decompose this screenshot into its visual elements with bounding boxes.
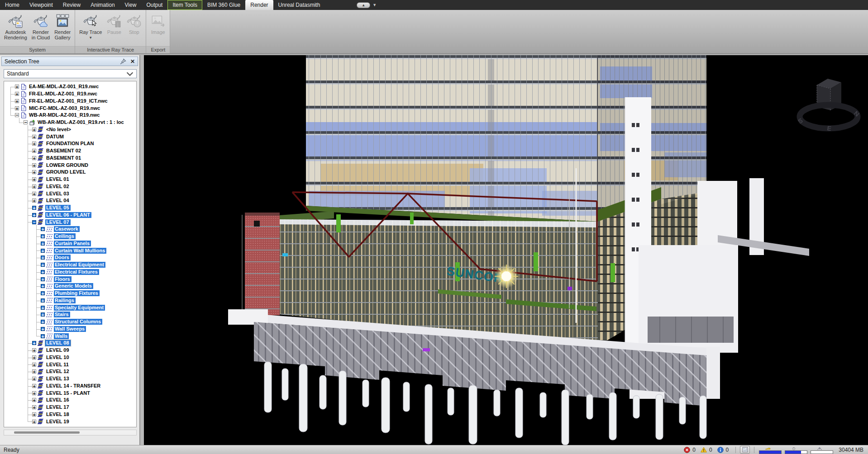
tab-review[interactable]: Review xyxy=(58,0,86,10)
tree-item-label[interactable]: LEVEL 04 xyxy=(45,198,71,203)
tree-item-label[interactable]: GROUND LEVEL xyxy=(45,169,87,175)
expand-toggle[interactable]: + xyxy=(32,398,36,402)
tree-item-label[interactable]: Railings xyxy=(54,298,76,303)
tree-item-label[interactable]: <No level> xyxy=(45,127,72,132)
expand-toggle[interactable]: + xyxy=(32,206,36,210)
tree-item-label[interactable]: Walls xyxy=(54,333,69,339)
tab-item-tools[interactable]: Item Tools xyxy=(167,0,202,10)
tree-item-label[interactable]: Structural Columns xyxy=(54,319,102,325)
expand-toggle[interactable]: + xyxy=(32,391,36,395)
tab-unreal-datasmith[interactable]: Unreal Datasmith xyxy=(273,0,325,10)
tree-item-label[interactable]: LEVEL 07 xyxy=(45,219,71,225)
expand-toggle[interactable]: + xyxy=(32,405,36,409)
expand-toggle[interactable]: + xyxy=(32,142,36,146)
tree-item-label[interactable]: Doors xyxy=(54,255,71,260)
expand-toggle[interactable]: + xyxy=(32,135,36,139)
expand-toggle[interactable]: + xyxy=(32,177,36,181)
expand-toggle[interactable]: + xyxy=(32,128,36,132)
tree-item-label[interactable]: BASEMENT 02 xyxy=(45,148,82,154)
expand-toggle[interactable]: + xyxy=(41,291,45,295)
expand-toggle[interactable]: + xyxy=(32,156,36,160)
expand-toggle[interactable]: + xyxy=(41,334,45,338)
tab-render[interactable]: Render xyxy=(245,0,273,10)
expand-toggle[interactable]: + xyxy=(32,184,36,189)
tree-item-label[interactable]: LEVEL 19 xyxy=(45,419,71,425)
error-icon[interactable] xyxy=(684,447,690,453)
selection-mode-dropdown[interactable]: Standard xyxy=(4,69,137,78)
expand-toggle[interactable]: + xyxy=(41,234,45,238)
tree-item-label[interactable]: LEVEL 16 xyxy=(45,397,71,403)
warning-icon[interactable] xyxy=(701,447,707,453)
expand-toggle[interactable]: + xyxy=(32,149,36,153)
tree-item-label[interactable]: FOUNDATION PLAN xyxy=(45,141,95,147)
tree-item-label[interactable]: LEVEL 11 xyxy=(45,362,70,368)
ribbon-button-render-gallery[interactable]: RenderGallery xyxy=(53,12,72,42)
expand-toggle[interactable]: + xyxy=(15,92,19,96)
tree-item-label[interactable]: LEVEL 02 xyxy=(45,184,71,189)
tree-item-label[interactable]: Generic Models xyxy=(54,283,93,289)
expand-toggle[interactable]: + xyxy=(41,241,45,246)
tree-item-label[interactable]: Plumbing Fixtures xyxy=(54,290,100,296)
tree-item-label[interactable]: FR-EL-MDL-AZ-001_R19_ICT.nwc xyxy=(28,98,109,104)
dropdown-caret-icon[interactable]: ▼ xyxy=(89,35,92,41)
tree-item-label[interactable]: LEVEL 18 xyxy=(45,411,71,417)
expand-toggle[interactable]: + xyxy=(32,170,36,174)
tab-animation[interactable]: Animation xyxy=(86,0,119,10)
scaffold-tower[interactable] xyxy=(242,213,280,315)
collapse-toggle[interactable]: − xyxy=(32,220,36,224)
tab-viewpoint[interactable]: Viewpoint xyxy=(24,0,58,10)
expand-toggle[interactable]: + xyxy=(32,355,36,359)
panel-header[interactable]: Selection Tree ✕ xyxy=(1,57,138,66)
expand-toggle[interactable]: + xyxy=(32,363,36,367)
tree-item-label[interactable]: WB-AR-MDL-AZ-001_R19.rvt : 1 : loc xyxy=(37,119,125,125)
info-icon[interactable] xyxy=(717,447,724,453)
expand-toggle[interactable]: + xyxy=(41,327,45,331)
expand-toggle[interactable]: + xyxy=(41,270,45,274)
tab-bim-360-glue[interactable]: BIM 360 Glue xyxy=(202,0,245,10)
tree-item-label[interactable]: Casework xyxy=(54,226,80,232)
tree-item-label[interactable]: LEVEL 06 - PLANT xyxy=(45,212,91,218)
expand-toggle[interactable]: + xyxy=(41,263,45,267)
tree-item-label[interactable]: Wall Sweeps xyxy=(54,326,86,332)
collapse-toggle[interactable]: − xyxy=(24,120,28,124)
sheet-browser-button[interactable] xyxy=(740,446,750,454)
tab-view[interactable]: View xyxy=(120,0,142,10)
expand-toggle[interactable]: + xyxy=(41,249,45,253)
expand-toggle[interactable]: + xyxy=(41,320,45,324)
expand-toggle[interactable]: + xyxy=(32,348,36,352)
horizontal-scrollbar[interactable] xyxy=(4,430,137,435)
pin-icon[interactable] xyxy=(119,58,127,65)
tower-front-facade[interactable] xyxy=(306,55,598,222)
tree-item-label[interactable]: FR-EL-MDL-AZ-001_R19.nwc xyxy=(28,91,99,97)
tree-item-label[interactable]: WB-AR-MDL-AZ-001_R19.nwc xyxy=(28,112,101,118)
tree-item-label[interactable]: LEVEL 13 xyxy=(45,376,71,382)
expand-toggle[interactable]: + xyxy=(32,199,36,203)
viewport-3d[interactable]: SUNCORP xyxy=(144,55,868,445)
tree-item-label[interactable]: Curtain Wall Mullions xyxy=(54,248,106,254)
tree-item-label[interactable]: LOWER GROUND xyxy=(45,162,90,168)
tree-item-label[interactable]: LEVEL 08 xyxy=(45,340,71,346)
expand-toggle[interactable]: + xyxy=(32,369,36,374)
ribbon-button-render-in-cloud[interactable]: Renderin Cloud xyxy=(30,12,51,42)
collapse-toggle[interactable]: − xyxy=(15,113,19,117)
tree-item-label[interactable]: MIC-FC-MDL-AZ-003_R19.nwc xyxy=(28,105,101,111)
close-icon[interactable]: ✕ xyxy=(130,58,135,65)
expand-toggle[interactable]: + xyxy=(15,99,19,103)
expand-toggle[interactable]: + xyxy=(41,306,45,310)
tree-item-label[interactable]: LEVEL 10 xyxy=(45,355,71,360)
expand-toggle[interactable]: + xyxy=(41,227,45,231)
expand-toggle[interactable]: + xyxy=(32,377,36,381)
tree-item-label[interactable]: LEVEL 12 xyxy=(45,369,71,374)
expand-toggle[interactable]: + xyxy=(41,298,45,303)
ribbon-button-autodesk-rendering[interactable]: AutodeskRendering xyxy=(3,12,29,42)
tab-home[interactable]: Home xyxy=(0,0,24,10)
tab-output[interactable]: Output xyxy=(141,0,167,10)
tree-item-label[interactable]: Curtain Panels xyxy=(54,241,91,246)
tree-item-label[interactable]: LEVEL 05 xyxy=(45,205,71,211)
tree-item-label[interactable]: BASEMENT 01 xyxy=(45,155,82,161)
tree-item-label[interactable]: Floors xyxy=(54,276,72,282)
tree-item-label[interactable]: Ceilings xyxy=(54,233,76,239)
tree-item-label[interactable]: EA-ME-MDL-AZ-001_R19.nwc xyxy=(28,84,100,90)
expand-toggle[interactable]: + xyxy=(41,277,45,281)
tree-item-label[interactable]: LEVEL 14 - TRANSFER xyxy=(45,383,102,389)
